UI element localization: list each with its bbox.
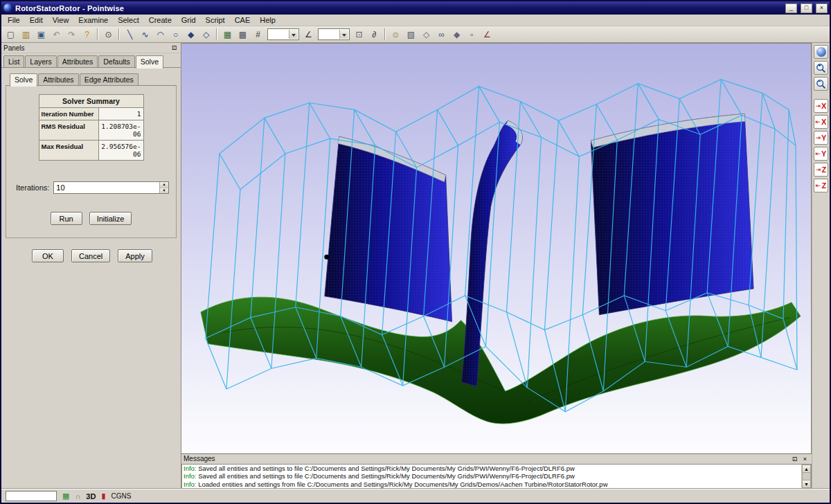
save-file-icon[interactable]: ▣ (34, 28, 48, 42)
close-button[interactable]: × (816, 3, 828, 13)
run-button[interactable]: Run (51, 212, 82, 225)
panel-tab[interactable]: Attributes (57, 55, 98, 68)
solve-panel-body: SolveAttributesEdge Attributes Solver Su… (1, 68, 181, 489)
view-minus-x-button[interactable]: ⇤X (814, 115, 828, 129)
examine-icon[interactable]: ☺ (388, 28, 403, 42)
view-plus-y-button[interactable]: ⇥Y (814, 131, 828, 145)
summary-row-value: 1 (99, 108, 144, 120)
messages-close-icon[interactable]: × (801, 455, 810, 463)
panels-header: Panels ⊡ (1, 43, 181, 53)
node-icon[interactable]: ◆ (449, 28, 464, 42)
redo-icon[interactable]: ↷ (64, 28, 79, 42)
panels-float-icon[interactable]: ⊡ (170, 44, 179, 52)
spin-down-icon[interactable]: ▼ (160, 188, 168, 194)
connector-join-icon[interactable]: ∞ (434, 28, 449, 42)
statusbar: ▦ ∩ 3D ▮ CGNS (1, 489, 830, 503)
cancel-button[interactable]: Cancel (71, 249, 110, 262)
curve-line-icon[interactable]: ╲ (123, 28, 137, 42)
fit-view-button[interactable] (814, 45, 828, 59)
message-severity: Info: (184, 472, 197, 480)
selected-point[interactable] (324, 255, 329, 260)
menu-item[interactable]: View (48, 15, 74, 25)
menu-item[interactable]: Grid (177, 15, 201, 25)
main-area: Panels ⊡ ListLayersAttributesDefaultsSol… (1, 43, 830, 489)
panels-title: Panels (3, 44, 25, 52)
zoom-out-button[interactable]: − (814, 77, 828, 91)
undo-icon[interactable]: ↶ (49, 28, 64, 42)
scroll-down-icon[interactable]: ▼ (802, 480, 811, 488)
help-icon[interactable]: ? (80, 28, 94, 42)
segment-icon[interactable]: ◇ (199, 28, 213, 42)
menu-item[interactable]: File (3, 15, 25, 25)
orient-icon[interactable]: ▫ (465, 28, 479, 42)
solve-page: Solver Summary Iteration Number 1 RMS R (6, 85, 177, 238)
measure-angle-icon[interactable]: ∠ (480, 28, 494, 42)
titlebar: RotorStatorRotor - Pointwise _ □ × (1, 1, 830, 15)
extrude-grid-icon[interactable]: ▩ (235, 28, 250, 42)
initialize-button[interactable]: Initialize (89, 212, 132, 225)
toolbar-separator (118, 28, 120, 40)
axis-arrow-icon: ⇤ (816, 150, 821, 157)
viewport-canvas[interactable] (181, 43, 812, 454)
messages-float-icon[interactable]: ⊡ (790, 455, 799, 463)
iterations-spinner[interactable]: ▲▼ (159, 182, 168, 193)
view-minus-y-button[interactable]: ⇤Y (814, 147, 828, 161)
menu-item[interactable]: CAE (230, 15, 256, 25)
scroll-up-icon[interactable]: ▲ (802, 465, 811, 473)
derivative-icon[interactable]: ∂ (367, 28, 382, 42)
spin-up-icon[interactable]: ▲ (160, 182, 168, 188)
toolbar-separator (216, 28, 217, 40)
apply-button[interactable]: Apply (118, 249, 152, 262)
message-text: Saved all entities and settings to file … (197, 472, 575, 480)
solve-sub-tab[interactable]: Attributes (38, 73, 78, 86)
iterations-input[interactable] (54, 182, 159, 193)
message-line: Info: Loaded entities and settings from … (184, 480, 800, 489)
menu-item[interactable]: Select (113, 15, 144, 25)
panel-tab[interactable]: Defaults (98, 55, 135, 68)
curve-arc-icon[interactable]: ◠ (153, 28, 168, 42)
cae-type-icon: ▮ (101, 492, 105, 501)
menu-item[interactable]: Script (201, 15, 230, 25)
spacing-combo[interactable] (318, 28, 350, 40)
dimension-icon[interactable]: # (251, 28, 265, 42)
grid-status-icon[interactable]: ▦ (62, 492, 69, 501)
status-command-input[interactable] (6, 491, 57, 501)
messages-panel: Messages ⊡ × Info: Saved all entities an… (181, 454, 812, 489)
menu-item[interactable]: Create (144, 15, 177, 25)
dimension-combo[interactable] (267, 28, 299, 40)
magnet-icon[interactable]: ∩ (75, 492, 80, 501)
panel-tab[interactable]: Solve (136, 55, 163, 69)
block-icon[interactable]: ▧ (404, 28, 418, 42)
cae-solver-label: CGNS (111, 492, 131, 500)
point-icon[interactable]: ◆ (184, 28, 198, 42)
summary-row-label: Max Residual (39, 141, 99, 161)
new-file-icon[interactable]: ▢ (3, 28, 18, 42)
minus-sign: − (818, 78, 821, 84)
curve-circle-icon[interactable]: ○ (168, 28, 183, 42)
view-plus-x-button[interactable]: ⇥X (814, 99, 828, 113)
panels-panel: Panels ⊡ ListLayersAttributesDefaultsSol… (1, 43, 181, 489)
menu-item[interactable]: Edit (25, 15, 48, 25)
zoom-in-button[interactable]: + (814, 61, 828, 75)
menu-item[interactable]: Examine (73, 15, 113, 25)
minimize-button[interactable]: _ (785, 3, 797, 13)
angle-icon[interactable]: ∠ (301, 28, 316, 42)
view-plus-z-button[interactable]: ⇥Z (814, 163, 828, 177)
menu-item[interactable]: Help (255, 15, 280, 25)
domain-icon[interactable]: ◇ (419, 28, 434, 42)
scrollbar-thumb[interactable] (802, 473, 811, 480)
structured-grid-icon[interactable]: ▦ (220, 28, 235, 42)
solve-sub-tab[interactable]: Solve (10, 73, 37, 87)
select-trackball-icon[interactable]: ⊙ (101, 28, 116, 42)
ok-button[interactable]: OK (32, 249, 64, 262)
curve-spline-icon[interactable]: ∿ (138, 28, 152, 42)
panel-tab[interactable]: List (3, 55, 24, 68)
copy-attrs-icon[interactable]: ⊡ (352, 28, 366, 42)
dimension-mode-label: 3D (86, 492, 96, 501)
panel-tab[interactable]: Layers (25, 55, 57, 68)
messages-scrollbar[interactable]: ▲ ▼ (801, 464, 812, 489)
open-file-icon[interactable]: ▥ (19, 28, 33, 42)
view-minus-z-button[interactable]: ⇤Z (814, 179, 828, 192)
maximize-button[interactable]: □ (801, 3, 812, 13)
solve-sub-tab[interactable]: Edge Attributes (80, 73, 138, 86)
